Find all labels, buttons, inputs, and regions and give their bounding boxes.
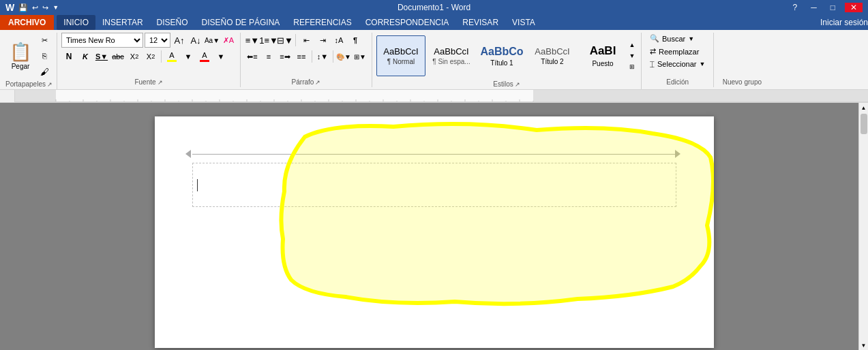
decrease-indent-button[interactable]: ⇤ bbox=[299, 33, 314, 48]
nuevo-grupo-group: Nuevo grupo bbox=[715, 33, 770, 87]
scroll-thumb[interactable] bbox=[860, 114, 867, 134]
subscript-button[interactable]: X2 bbox=[127, 49, 142, 64]
diseño-pagina-tab[interactable]: DISEÑO DE PÁGINA bbox=[195, 15, 287, 30]
font-name-select[interactable]: Times New Ro bbox=[61, 33, 143, 48]
superscript-button[interactable]: X2 bbox=[143, 49, 158, 64]
font-decrease-button[interactable]: A↓ bbox=[188, 33, 203, 48]
ribbon-content: 📋 Pegar ✂ ⎘ 🖌 Portapapeles ↗ bbox=[3, 33, 865, 89]
seleccionar-button[interactable]: ⌶ Seleccionar ▼ bbox=[646, 59, 709, 69]
scroll-down-button[interactable]: ▼ bbox=[859, 340, 869, 350]
quick-access-save[interactable]: 💾 bbox=[18, 3, 28, 12]
style-no-space[interactable]: AaBbCcI ¶ Sin espa... bbox=[427, 35, 476, 76]
quick-access-undo[interactable]: ↩ bbox=[32, 3, 38, 12]
bold-button[interactable]: N bbox=[61, 49, 76, 64]
cut-button[interactable]: ✂ bbox=[37, 33, 52, 48]
text-content-box[interactable] bbox=[192, 163, 676, 207]
increase-indent-button[interactable]: ⇥ bbox=[315, 33, 330, 48]
estilos-label: Estilos ↗ bbox=[376, 79, 637, 88]
margin-line-top bbox=[192, 154, 676, 155]
italic-button[interactable]: K bbox=[78, 49, 93, 64]
insertar-tab[interactable]: INSERTAR bbox=[95, 15, 150, 30]
styles-expand[interactable]: ⊞ bbox=[627, 62, 637, 71]
style-heading1-preview: AaBbCo bbox=[480, 45, 523, 58]
buscar-button[interactable]: 🔍 Buscar ▼ bbox=[646, 33, 709, 44]
reemplazar-button[interactable]: ⇄ Reemplazar bbox=[646, 46, 709, 57]
align-right-button[interactable]: ≡➡ bbox=[278, 49, 293, 64]
parrafo-expand-icon[interactable]: ↗ bbox=[315, 79, 320, 86]
minimize-button[interactable]: ─ bbox=[807, 3, 821, 12]
restore-button[interactable]: □ bbox=[826, 3, 839, 12]
borders-button[interactable]: ⊞▼ bbox=[353, 49, 368, 64]
justify-button[interactable]: ≡≡ bbox=[294, 49, 309, 64]
copy-button[interactable]: ⎘ bbox=[37, 48, 52, 63]
paste-label: Pegar bbox=[12, 63, 30, 70]
style-heading1[interactable]: AaBbCo Título 1 bbox=[477, 35, 526, 76]
sort-button[interactable]: ↕A bbox=[331, 33, 346, 48]
svg-rect-2 bbox=[533, 90, 868, 102]
left-indent-marker bbox=[185, 150, 194, 158]
vista-tab[interactable]: VISTA bbox=[505, 15, 542, 30]
multilevel-list-button[interactable]: ⊟▼ bbox=[278, 33, 293, 48]
indent-arrow bbox=[185, 150, 191, 158]
separator3 bbox=[312, 50, 312, 63]
page-wrapper: ▲ ▼ bbox=[0, 103, 868, 350]
close-button[interactable]: ✕ bbox=[845, 3, 863, 12]
portapapeles-expand-icon[interactable]: ↗ bbox=[47, 81, 53, 88]
clear-format-button[interactable]: ✗A bbox=[221, 33, 236, 48]
help-button[interactable]: ? bbox=[789, 3, 802, 12]
font-increase-button[interactable]: A↑ bbox=[172, 33, 187, 48]
font-group: Times New Ro 12 A↑ A↓ Aa▼ ✗A N K S▼ abc … bbox=[59, 33, 241, 87]
line-spacing-button[interactable]: ↕▼ bbox=[315, 49, 330, 64]
align-center-button[interactable]: ≡ bbox=[261, 49, 276, 64]
font-color-dropdown[interactable]: ▼ bbox=[213, 49, 228, 64]
change-case-button[interactable]: Aa▼ bbox=[205, 33, 220, 48]
shading-button[interactable]: 🎨▼ bbox=[336, 49, 351, 64]
styles-scroll-buttons: ▲ ▼ ⊞ bbox=[627, 40, 637, 71]
estilos-expand-icon[interactable]: ↗ bbox=[515, 81, 520, 88]
numbering-button[interactable]: 1≡▼ bbox=[261, 33, 276, 48]
show-hide-button[interactable]: ¶ bbox=[348, 33, 363, 48]
right-indent-arrow bbox=[675, 150, 680, 158]
font-size-select[interactable]: 12 bbox=[145, 33, 170, 48]
seleccionar-dropdown[interactable]: ▼ bbox=[699, 61, 705, 67]
iniciar-sesion-button[interactable]: Iniciar sesión bbox=[820, 18, 868, 27]
archivo-tab[interactable]: ARCHIVO bbox=[0, 15, 54, 30]
ruler-corner[interactable] bbox=[0, 90, 15, 102]
scroll-up-button[interactable]: ▲ bbox=[859, 103, 869, 112]
quick-access-customize[interactable]: ▼ bbox=[53, 4, 59, 11]
quick-access-redo[interactable]: ↪ bbox=[42, 3, 48, 12]
paste-button[interactable]: 📋 Pegar bbox=[5, 40, 35, 71]
format-painter-button[interactable]: 🖌 bbox=[37, 64, 52, 79]
underline-button[interactable]: S▼ bbox=[94, 49, 109, 64]
portapapeles-label: Portapapeles ↗ bbox=[5, 79, 53, 88]
fuente-expand-icon[interactable]: ↗ bbox=[158, 79, 163, 86]
align-left-button[interactable]: ⬅≡ bbox=[245, 49, 260, 64]
ruler[interactable] bbox=[15, 90, 868, 102]
revisar-tab[interactable]: REVISAR bbox=[455, 15, 505, 30]
font-color-button[interactable]: A bbox=[197, 49, 212, 64]
correspondencia-tab[interactable]: CORRESPONDENCIA bbox=[359, 15, 456, 30]
buscar-dropdown[interactable]: ▼ bbox=[688, 35, 694, 42]
strikethrough-button[interactable]: abc bbox=[110, 49, 125, 64]
styles-scroll-down[interactable]: ▼ bbox=[627, 51, 637, 61]
highlight-color-dropdown[interactable]: ▼ bbox=[181, 49, 196, 64]
seleccionar-label: Seleccionar bbox=[657, 60, 696, 68]
style-heading2[interactable]: AaBbCcI Título 2 bbox=[528, 35, 577, 76]
diseño-tab[interactable]: DISEÑO bbox=[150, 15, 195, 30]
text-highlight-button[interactable]: A bbox=[164, 49, 179, 64]
estilos-gallery-container: AaBbCcI ¶ Normal AaBbCcI ¶ Sin espa... A… bbox=[376, 33, 637, 79]
referencias-tab[interactable]: REFERENCIAS bbox=[286, 15, 358, 30]
right-indent-marker bbox=[675, 150, 683, 158]
main-area: ▲ ▼ bbox=[0, 90, 868, 350]
style-normal-preview: AaBbCcI bbox=[383, 46, 418, 57]
style-no-space-label: ¶ Sin espa... bbox=[432, 58, 470, 65]
style-subtitle[interactable]: AaBI Puesto bbox=[578, 35, 627, 76]
separator4 bbox=[333, 50, 333, 63]
estilos-group: AaBbCcI ¶ Normal AaBbCcI ¶ Sin espa... A… bbox=[374, 33, 642, 89]
style-normal[interactable]: AaBbCcI ¶ Normal bbox=[376, 35, 425, 76]
bullets-button[interactable]: ≡▼ bbox=[245, 33, 260, 48]
styles-scroll-up[interactable]: ▲ bbox=[627, 40, 637, 50]
inicio-tab[interactable]: INICIO bbox=[57, 15, 95, 30]
right-scrollbar[interactable]: ▲ ▼ bbox=[858, 103, 868, 350]
document-page[interactable] bbox=[155, 116, 714, 348]
